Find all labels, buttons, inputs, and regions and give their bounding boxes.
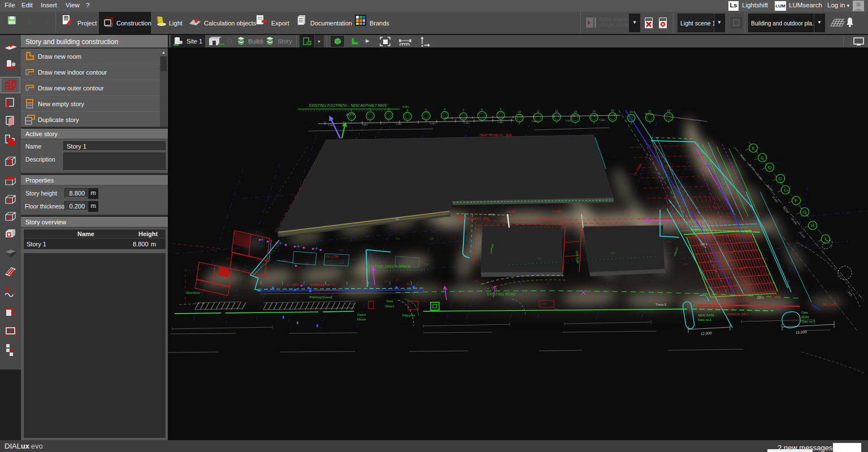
svg-text:Gate no.2: Gate no.2	[801, 320, 815, 323]
svg-text:4.50: 4.50	[689, 138, 695, 141]
svg-text:Trans-3: Trans-3	[656, 303, 666, 306]
svg-text:6: 6	[444, 107, 446, 111]
svg-text:4.50: 4.50	[712, 155, 717, 158]
svg-text:C: C	[761, 155, 764, 160]
svg-text:1.50: 1.50	[396, 237, 401, 240]
svg-text:2.50: 2.50	[396, 279, 401, 281]
svg-text:FL-303: FL-303	[553, 210, 561, 213]
svg-text:1.50: 1.50	[554, 308, 559, 311]
svg-text:2.50: 2.50	[373, 250, 378, 253]
svg-text:4.50: 4.50	[593, 219, 598, 222]
svg-text:GARBAGE SH 2: GARBAGE SH 2	[725, 312, 748, 316]
svg-text:L: L	[784, 188, 787, 193]
svg-text:15: 15	[611, 109, 614, 112]
svg-text:NEW ROAD EXISTING: NEW ROAD EXISTING	[316, 289, 340, 292]
svg-text:7,000: 7,000	[463, 121, 470, 124]
svg-text:4.50: 4.50	[667, 240, 672, 243]
svg-text:7,000: 7,000	[497, 121, 504, 124]
svg-text:Parking(Guest): Parking(Guest)	[310, 295, 332, 299]
svg-text:FL-295: FL-295	[421, 213, 428, 216]
svg-text:4.50: 4.50	[475, 228, 480, 231]
svg-text:2.50: 2.50	[283, 259, 288, 262]
svg-text:Guard: Guard	[357, 313, 366, 316]
svg-text:EXISTING FOOTPATH – NEW ASPHAL: EXISTING FOOTPATH – NEW ASPHALT PAVE	[309, 103, 388, 107]
svg-text:F: F	[795, 198, 798, 203]
svg-text:4.50: 4.50	[650, 144, 655, 147]
svg-text:GH 1: GH 1	[701, 242, 708, 246]
svg-text:4.50: 4.50	[260, 282, 265, 285]
svg-text:4.50: 4.50	[785, 280, 791, 282]
svg-text:1.50: 1.50	[537, 257, 542, 260]
svg-text:16: 16	[630, 110, 633, 114]
svg-text:FL-1700: FL-1700	[326, 255, 339, 258]
svg-text:I: I	[825, 237, 826, 242]
svg-text:1.50: 1.50	[429, 237, 435, 240]
svg-text:4.5m: 4.5m	[402, 105, 409, 108]
svg-text:18: 18	[667, 109, 670, 112]
svg-text:NEW ROAD F.L. 200: NEW ROAD F.L. 200	[480, 133, 512, 137]
svg-text:4.50: 4.50	[542, 302, 548, 305]
svg-text:(Main): (Main)	[385, 305, 394, 308]
svg-text:EXISTING GREEN SPACE: EXISTING GREEN SPACE	[366, 264, 411, 268]
svg-text:15,000: 15,000	[796, 330, 808, 334]
svg-text:7,000: 7,000	[565, 119, 571, 122]
svg-text:Gate no.1: Gate no.1	[698, 318, 711, 321]
svg-text:2.50: 2.50	[305, 263, 310, 266]
svg-text:4.50: 4.50	[226, 257, 231, 260]
svg-text:1.50: 1.50	[424, 263, 429, 266]
svg-text:8: 8	[481, 108, 483, 111]
svg-text:7,000: 7,000	[396, 123, 402, 125]
svg-text:4.50: 4.50	[565, 299, 570, 302]
svg-text:7,000: 7,000	[362, 123, 368, 126]
svg-text:House: House	[357, 318, 366, 321]
svg-text:2.50: 2.50	[339, 262, 344, 264]
svg-text:(Sub): (Sub)	[801, 315, 809, 319]
svg-text:2.50: 2.50	[362, 280, 367, 282]
svg-text:GARBAGE NM 77: GARBAGE NM 77	[310, 283, 335, 286]
svg-text:4: 4	[407, 108, 409, 112]
svg-text:H: H	[811, 223, 814, 228]
svg-text:4.50: 4.50	[384, 280, 389, 282]
svg-text:14: 14	[592, 110, 596, 113]
svg-text:4.50: 4.50	[763, 257, 768, 260]
svg-text:NEW GATE: NEW GATE	[698, 314, 714, 317]
svg-text:4.50: 4.50	[514, 223, 519, 225]
svg-text:4.50: 4.50	[243, 268, 248, 271]
svg-text:FL-1300: FL-1300	[287, 283, 299, 286]
svg-text:2.50: 2.50	[339, 249, 344, 251]
svg-text:SP 2 GATE: SP 2 GATE	[823, 303, 837, 306]
svg-text:5: 5	[426, 108, 427, 111]
svg-text:7,000: 7,000	[429, 122, 436, 125]
svg-text:2,500: 2,500	[489, 213, 495, 216]
svg-text:EXISTING ROAD: EXISTING ROAD	[487, 292, 516, 296]
svg-text:17: 17	[648, 110, 652, 113]
svg-text:7,000: 7,000	[599, 119, 605, 121]
svg-text:GH 2: GH 2	[757, 296, 764, 299]
svg-text:4.50: 4.50	[757, 212, 762, 215]
svg-text:D: D	[779, 176, 782, 181]
svg-text:5,4: 5,4	[396, 218, 399, 220]
svg-text:25,777: 25,777	[346, 113, 355, 116]
svg-text:7: 7	[463, 108, 465, 112]
svg-text:4.50: 4.50	[474, 280, 479, 282]
svg-text:10: 10	[518, 110, 521, 114]
svg-text:FL-298: FL-298	[457, 215, 464, 218]
svg-text:Flag pole: Flag pole	[402, 314, 415, 317]
svg-text:4.50: 4.50	[463, 223, 468, 225]
svg-text:12: 12	[555, 109, 558, 112]
svg-text:1.50: 1.50	[350, 302, 355, 305]
svg-text:12,000: 12,000	[701, 331, 713, 336]
svg-text:4.50: 4.50	[639, 218, 644, 220]
svg-text:7,000: 7,000	[531, 120, 537, 123]
svg-text:O: O	[768, 165, 771, 170]
svg-text:4.50: 4.50	[684, 263, 689, 266]
svg-text:FL-301: FL-301	[507, 210, 516, 213]
svg-text:4.50: 4.50	[704, 280, 709, 282]
svg-text:4.50: 4.50	[559, 221, 565, 224]
svg-text:4.50: 4.50	[667, 167, 672, 169]
svg-text:G: G	[803, 210, 806, 215]
svg-text:Gate: Gate	[801, 311, 808, 314]
svg-text:4.50: 4.50	[729, 251, 734, 254]
svg-text:11: 11	[536, 110, 539, 113]
svg-text:1.50: 1.50	[610, 251, 615, 254]
